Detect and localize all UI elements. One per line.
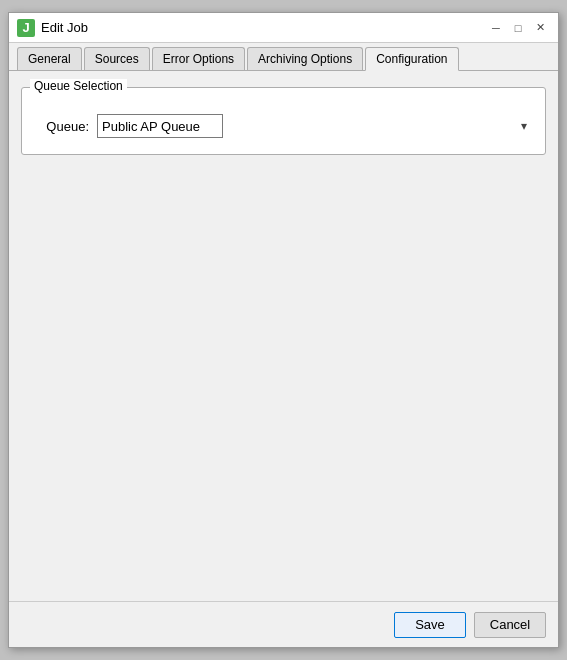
app-icon: J bbox=[17, 19, 35, 37]
window-title: Edit Job bbox=[41, 20, 486, 35]
tab-content: Queue Selection Queue: Public AP Queue P… bbox=[9, 71, 558, 601]
queue-select[interactable]: Public AP Queue Private Queue Default Qu… bbox=[97, 114, 223, 138]
tabs-bar: General Sources Error Options Archiving … bbox=[9, 43, 558, 71]
queue-label: Queue: bbox=[34, 119, 89, 134]
cancel-button[interactable]: Cancel bbox=[474, 612, 546, 638]
group-legend: Queue Selection bbox=[30, 79, 127, 93]
tab-configuration[interactable]: Configuration bbox=[365, 47, 458, 71]
tab-general[interactable]: General bbox=[17, 47, 82, 70]
window-controls: ─ □ ✕ bbox=[486, 18, 550, 38]
edit-job-window: J Edit Job ─ □ ✕ General Sources Error O… bbox=[8, 12, 559, 648]
queue-select-wrapper: Public AP Queue Private Queue Default Qu… bbox=[97, 114, 533, 138]
maximize-button[interactable]: □ bbox=[508, 18, 528, 38]
title-bar: J Edit Job ─ □ ✕ bbox=[9, 13, 558, 43]
minimize-button[interactable]: ─ bbox=[486, 18, 506, 38]
footer: Save Cancel bbox=[9, 601, 558, 647]
tab-archiving-options[interactable]: Archiving Options bbox=[247, 47, 363, 70]
tab-sources[interactable]: Sources bbox=[84, 47, 150, 70]
queue-row: Queue: Public AP Queue Private Queue Def… bbox=[34, 114, 533, 138]
tab-error-options[interactable]: Error Options bbox=[152, 47, 245, 70]
save-button[interactable]: Save bbox=[394, 612, 466, 638]
queue-selection-group: Queue Selection Queue: Public AP Queue P… bbox=[21, 87, 546, 155]
close-button[interactable]: ✕ bbox=[530, 18, 550, 38]
